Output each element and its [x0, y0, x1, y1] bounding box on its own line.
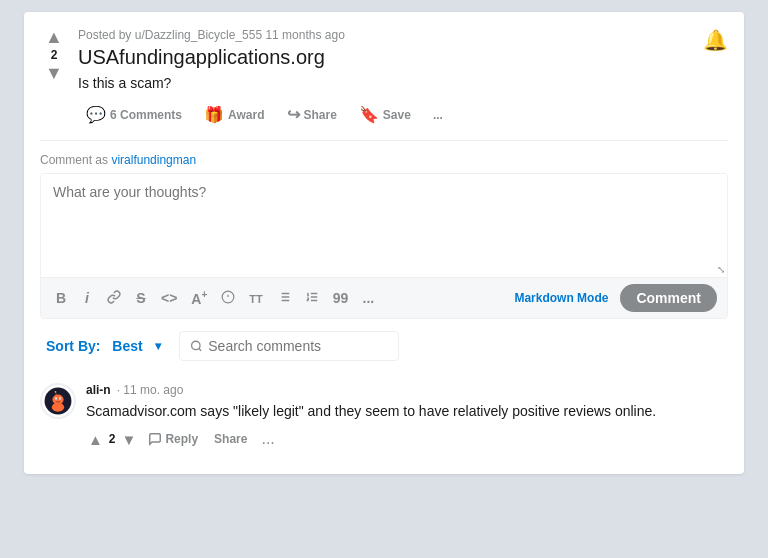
link-icon [107, 290, 121, 304]
unordered-list-icon [277, 290, 291, 304]
bold-button[interactable]: B [51, 288, 71, 308]
post-title: USAfundingapplications.org [78, 46, 451, 69]
comment-reply-button[interactable]: Reply [142, 429, 204, 449]
textarea-wrapper: ⤡ [41, 174, 727, 277]
svg-point-22 [55, 391, 57, 393]
sort-search-row: Sort By: Best ▾ [40, 331, 728, 361]
superscript-marker: + [201, 289, 207, 300]
search-icon [190, 339, 203, 353]
search-box [179, 331, 399, 361]
comment-upvote-arrow[interactable]: ▲ [86, 429, 105, 450]
superscript-button[interactable]: A+ [187, 287, 211, 309]
svg-line-13 [198, 348, 200, 350]
comment-text: Scamadvisor.com says "likely legit" and … [86, 401, 728, 422]
user-avatar-svg [44, 387, 72, 415]
strikethrough-button[interactable]: S [131, 288, 151, 308]
svg-point-20 [59, 398, 60, 399]
comments-button[interactable]: 💬 6 Comments [78, 101, 190, 128]
comment-share-button[interactable]: Share [208, 429, 253, 449]
link-button[interactable] [103, 288, 125, 309]
post-actions: 💬 6 Comments 🎁 Award ↪ Share 🔖 Save [78, 101, 451, 128]
comments-list: ali-n · 11 mo. ago Scamadvisor.com says … [40, 375, 728, 458]
vote-column: ▲ 2 ▼ [40, 28, 68, 82]
award-button[interactable]: 🎁 Award [196, 101, 272, 128]
comment-body: ali-n · 11 mo. ago Scamadvisor.com says … [86, 383, 728, 450]
post-meta-left: ▲ 2 ▼ Posted by u/Dazzling_Bicycle_555 1… [40, 28, 451, 128]
comment-as-user-link[interactable]: viralfundingman [111, 153, 196, 167]
spoiler-icon [221, 290, 235, 304]
comment-box: ⤡ B i S <> A+ TT [40, 173, 728, 319]
ordered-list-icon [305, 290, 319, 304]
markdown-mode-button[interactable]: Markdown Mode [508, 289, 614, 307]
share-icon: ↪ [287, 105, 300, 124]
avatar [40, 383, 76, 419]
unordered-list-button[interactable] [273, 288, 295, 309]
spoiler-button[interactable] [217, 288, 239, 309]
post-header: ▲ 2 ▼ Posted by u/Dazzling_Bicycle_555 1… [40, 28, 728, 128]
comment-vote-count: 2 [107, 432, 118, 446]
divider [40, 140, 728, 141]
more-options-button[interactable]: ... [425, 104, 451, 126]
share-button[interactable]: ↪ Share [279, 101, 345, 128]
comment-author: ali-n [86, 383, 111, 397]
comment-actions: ▲ 2 ▼ Reply Share ... [86, 428, 728, 450]
comment-textarea[interactable] [41, 174, 727, 274]
comment-item: ali-n · 11 mo. ago Scamadvisor.com says … [40, 375, 728, 458]
bookmark-icon: 🔖 [359, 105, 379, 124]
ordered-list-button[interactable] [301, 288, 323, 309]
sort-by-button[interactable]: Sort By: Best ▾ [40, 334, 167, 358]
comments-icon: 💬 [86, 105, 106, 124]
search-input[interactable] [208, 338, 387, 354]
svg-point-16 [52, 395, 63, 405]
code-inline-button[interactable]: <> [157, 288, 181, 308]
upvote-arrow[interactable]: ▲ [45, 28, 63, 46]
comment-downvote-arrow[interactable]: ▼ [120, 429, 139, 450]
post-body: Posted by u/Dazzling_Bicycle_555 11 mont… [78, 28, 451, 128]
svg-point-19 [55, 398, 56, 399]
downvote-arrow[interactable]: ▼ [45, 64, 63, 82]
svg-point-12 [191, 341, 199, 349]
reply-icon [148, 432, 162, 446]
save-button[interactable]: 🔖 Save [351, 101, 419, 128]
comment-vote-row: ▲ 2 ▼ [86, 429, 138, 450]
italic-button[interactable]: i [77, 288, 97, 308]
comment-as-label: Comment as viralfundingman [40, 153, 728, 167]
post-card: ▲ 2 ▼ Posted by u/Dazzling_Bicycle_555 1… [24, 12, 744, 474]
heading-button[interactable]: TT [245, 288, 266, 308]
resize-handle-icon: ⤡ [717, 264, 725, 275]
comment-author-line: ali-n · 11 mo. ago [86, 383, 728, 397]
comment-toolbar: B i S <> A+ TT [41, 277, 727, 318]
vote-count: 2 [51, 48, 58, 62]
blockquote-button[interactable]: 99 [329, 288, 353, 308]
post-content: Is this a scam? [78, 75, 451, 91]
comment-more-button[interactable]: ... [257, 428, 278, 450]
comment-submit-button[interactable]: Comment [620, 284, 717, 312]
post-attribution: Posted by u/Dazzling_Bicycle_555 11 mont… [78, 28, 451, 42]
notification-bell-icon[interactable]: 🔔 [703, 28, 728, 52]
toolbar-more-button[interactable]: ... [358, 288, 378, 308]
award-icon: 🎁 [204, 105, 224, 124]
comment-time: · 11 mo. ago [117, 383, 184, 397]
